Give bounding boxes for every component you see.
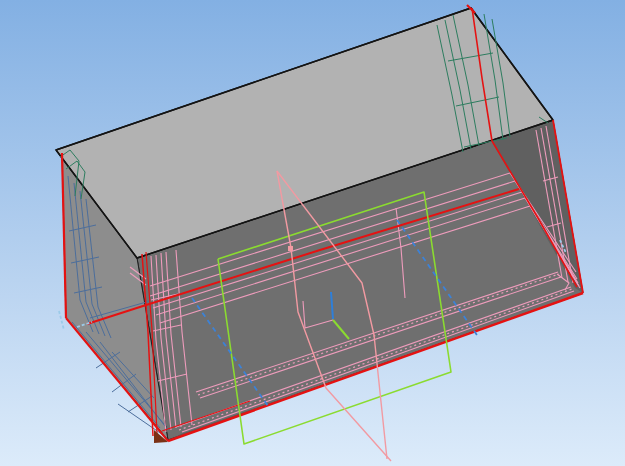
hidden-edge-left1[interactable] xyxy=(59,311,64,330)
model-canvas[interactable] xyxy=(0,0,625,466)
cad-viewport[interactable] xyxy=(0,0,625,466)
sketch-vertex-dot[interactable] xyxy=(288,246,293,251)
